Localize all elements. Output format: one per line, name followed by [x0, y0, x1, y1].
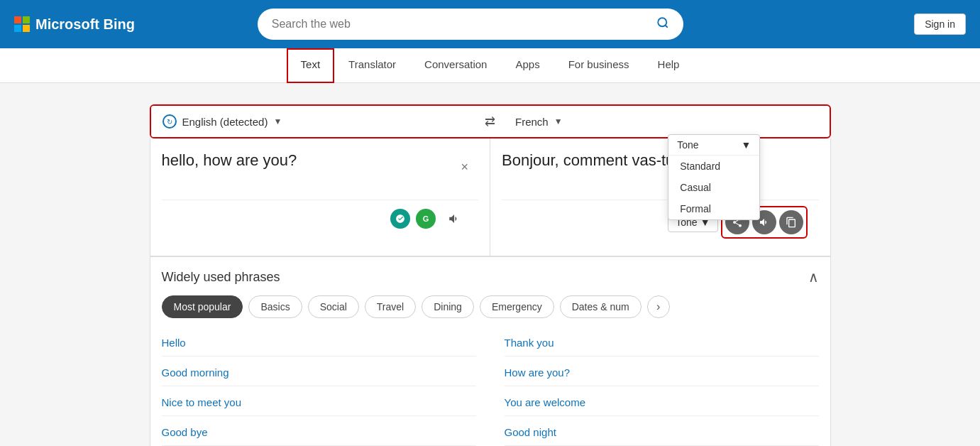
main-content: ↻ English (detected) ▼ ⇄ French ▼ hello,…	[136, 104, 845, 446]
phrases-section: Widely used phrases ∧ Most popular Basic…	[150, 256, 831, 446]
search-input[interactable]	[272, 18, 648, 31]
phrases-tags: Most popular Basics Social Travel Dining…	[162, 295, 819, 318]
nav-item-for-business[interactable]: For business	[554, 48, 644, 82]
nav-item-apps[interactable]: Apps	[501, 48, 554, 82]
tag-basics[interactable]: Basics	[248, 295, 302, 318]
source-text-panel: hello, how are you? × G	[150, 138, 491, 256]
sign-in-button[interactable]: Sign in	[914, 13, 966, 35]
target-text-display: Bonjour, comment vas-tu?	[502, 150, 819, 172]
tag-travel[interactable]: Travel	[365, 295, 416, 318]
clear-text-button[interactable]: ×	[461, 160, 468, 175]
logo-icon	[14, 16, 30, 32]
speak-source-button[interactable]	[441, 206, 467, 232]
detect-icon: ↻	[163, 114, 177, 129]
phrase-good-bye[interactable]: Good bye	[162, 419, 476, 446]
search-bar	[258, 9, 683, 40]
tag-dates-num[interactable]: Dates & num	[560, 295, 642, 318]
target-text-panel: Bonjour, comment vas-tu? Tone ▼ Standard…	[490, 138, 830, 256]
lang-swap-button[interactable]: ⇄	[476, 108, 504, 135]
phrase-you-are-welcome[interactable]: You are welcome	[505, 389, 819, 416]
tone-label: Tone	[677, 139, 698, 151]
tone-dropdown-header: Tone ▼	[668, 135, 759, 156]
source-language-selector[interactable]: ↻ English (detected) ▼	[151, 106, 477, 137]
phrase-thank-you[interactable]: Thank you	[505, 330, 819, 357]
header: Microsoft Bing Sign in	[0, 0, 980, 48]
tags-next-button[interactable]: ›	[647, 295, 670, 318]
tag-dining[interactable]: Dining	[422, 295, 474, 318]
phrases-header: Widely used phrases ∧	[162, 268, 819, 285]
nav-item-translator[interactable]: Translator	[334, 48, 410, 82]
grammarly-icon[interactable]: G	[416, 209, 436, 229]
phrase-good-morning[interactable]: Good morning	[162, 359, 476, 386]
tone-option-formal[interactable]: Formal	[668, 198, 759, 219]
phrase-good-night[interactable]: Good night	[505, 419, 819, 446]
tone-container: Tone ▼ Standard Casual Formal Tone ▼	[668, 212, 717, 232]
tag-most-popular[interactable]: Most popular	[162, 295, 243, 318]
source-tools: G	[162, 200, 479, 237]
logo: Microsoft Bing	[14, 16, 135, 33]
search-input-wrap	[258, 9, 683, 40]
nav-item-text[interactable]: Text	[287, 48, 335, 83]
tag-social[interactable]: Social	[308, 295, 359, 318]
tone-option-casual[interactable]: Casual	[668, 177, 759, 198]
target-language-selector[interactable]: French ▼	[504, 107, 830, 136]
phrases-grid: Hello Thank you Good morning How are you…	[162, 330, 819, 446]
svg-line-1	[665, 25, 667, 27]
nav-item-help[interactable]: Help	[644, 48, 694, 82]
nav-bar: Text Translator Conversation Apps For bu…	[0, 48, 980, 83]
tone-dropdown: Tone ▼ Standard Casual Formal	[668, 134, 760, 220]
nav-item-conversation[interactable]: Conversation	[410, 48, 501, 82]
phrases-collapse-button[interactable]: ∧	[808, 268, 819, 285]
phrase-nice-to-meet[interactable]: Nice to meet you	[162, 389, 476, 416]
search-button[interactable]	[654, 13, 672, 36]
source-lang-label: English (detected)	[182, 116, 268, 128]
tone-option-standard[interactable]: Standard	[668, 156, 759, 177]
target-lang-arrow-icon: ▼	[554, 116, 563, 126]
phrase-how-are-you[interactable]: How are you?	[505, 359, 819, 386]
logo-text: Microsoft Bing	[35, 16, 135, 33]
target-tools: Tone ▼ Standard Casual Formal Tone ▼	[502, 200, 819, 244]
source-lang-arrow-icon: ▼	[273, 116, 282, 126]
phrases-title: Widely used phrases	[162, 270, 280, 285]
copy-button[interactable]	[779, 210, 803, 234]
phrase-hello[interactable]: Hello	[162, 330, 476, 357]
tone-arrow-icon: ▼	[741, 139, 751, 151]
svg-point-0	[658, 18, 666, 26]
grammarly-label: G	[423, 214, 429, 223]
source-text-display[interactable]: hello, how are you?	[162, 150, 479, 172]
language-selector: ↻ English (detected) ▼ ⇄ French ▼	[150, 104, 831, 138]
target-lang-label: French	[515, 116, 549, 128]
tag-emergency[interactable]: Emergency	[480, 295, 554, 318]
grammar-check-icon[interactable]	[390, 209, 410, 229]
translator-area: hello, how are you? × G Bonjour, comment…	[150, 138, 831, 256]
